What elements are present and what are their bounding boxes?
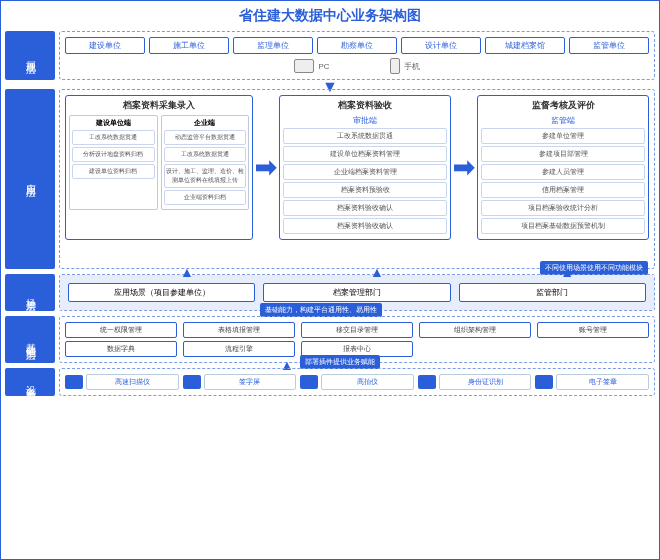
capability-box: 表格填报管理 [183, 322, 295, 338]
device-pc: PC [294, 59, 329, 73]
capability-box: 移交目录管理 [301, 322, 413, 338]
feature-item: 档案资料验收确认 [283, 218, 447, 234]
feature-item: 参建单位管理 [481, 128, 645, 144]
feature-item: 档案资料验收确认 [283, 200, 447, 216]
feature-item: 工改系统数据贯通 [72, 130, 155, 145]
col-supervise: 监督考核及评价 监管端 参建单位管理 参建项目部管理 参建人员管理 信用档案管理… [477, 95, 649, 240]
signpad-icon [183, 375, 201, 389]
unit-box: 城建档案馆 [485, 37, 565, 54]
unit-box: 施工单位 [149, 37, 229, 54]
col-verify: 档案资料验收 审批端 工改系统数据贯通 建设单位档案资料管理 企业端档案资料管理… [279, 95, 451, 240]
note-badge: 部署插件提供业务赋能 [300, 355, 380, 369]
pc-icon [294, 59, 314, 73]
capability-box: 组织架构管理 [419, 322, 531, 338]
note-badge: 基础能力，构建平台通用性、易用性 [260, 303, 382, 317]
note-badge: 不同使用场景使用不同功能模块 [540, 261, 648, 275]
capability-box: 账号管理 [537, 322, 649, 338]
equip-item: 高拍仪 [300, 374, 414, 390]
capability-box: 统一权限管理 [65, 322, 177, 338]
unit-box: 设计单位 [401, 37, 481, 54]
device-mobile: 手机 [390, 58, 420, 74]
stamp-icon [535, 375, 553, 389]
feature-item: 信用档案管理 [481, 182, 645, 198]
page-title: 省住建大数据中心业务架构图 [5, 7, 655, 25]
feature-item: 动态监管平台数据贯通 [164, 130, 247, 145]
layer-label-base: 基础能力层 [5, 316, 55, 363]
equip-item: 身份证识别 [418, 374, 532, 390]
col-collect: 档案资料采集录入 建设单位端 工改系统数据贯通 分析设计地盘资料归档 建设单位资… [65, 95, 253, 240]
unit-box: 监理单位 [233, 37, 313, 54]
feature-item: 企业端资料归档 [164, 190, 247, 205]
phone-icon [390, 58, 400, 74]
scanner-icon [65, 375, 83, 389]
feature-item: 参建项目部管理 [481, 146, 645, 162]
feature-item: 企业端档案资料管理 [283, 164, 447, 180]
layer-label-equip: 设备能力层 [5, 368, 55, 396]
feature-item: 项目档案验收统计分析 [481, 200, 645, 216]
equip-item: 签字屏 [183, 374, 297, 390]
capability-box: 数据字典 [65, 341, 177, 357]
capability-box: 流程引擎 [183, 341, 295, 357]
unit-box: 勘察单位 [317, 37, 397, 54]
scene-box: 监管部门 [459, 283, 646, 302]
feature-item: 档案资料预验收 [283, 182, 447, 198]
unit-box: 监管单位 [569, 37, 649, 54]
feature-item: 设计、施工、监理、造价、检测单位资料在线填报上传 [164, 164, 247, 188]
layer-label-app: 应用层 [5, 89, 55, 269]
equip-item: 电子签章 [535, 374, 649, 390]
arrow-right-icon: ➡ [255, 95, 277, 240]
feature-item: 建设单位资料归档 [72, 164, 155, 179]
feature-item: 工改系统数据贯通 [164, 147, 247, 162]
layer-label-display: 展现层 [5, 31, 55, 80]
arrow-up-icon: ▲ [560, 267, 574, 277]
sub-head: 企业端 [164, 118, 247, 128]
sub-head: 建设单位端 [72, 118, 155, 128]
feature-item: 参建人员管理 [481, 164, 645, 180]
id-icon [418, 375, 436, 389]
feature-item: 项目档案基础数据预警机制 [481, 218, 645, 234]
scene-box: 档案管理部门 [263, 283, 450, 302]
unit-box: 建设单位 [65, 37, 145, 54]
arrow-up-icon: ▲ [370, 267, 384, 277]
camera-icon [300, 375, 318, 389]
feature-item: 建设单位档案资料管理 [283, 146, 447, 162]
layer-label-scene: 场景层 [5, 274, 55, 311]
arrow-right-icon: ➡ [453, 95, 475, 240]
arrow-up-icon: ▲ [180, 267, 194, 277]
feature-item: 分析设计地盘资料归档 [72, 147, 155, 162]
scene-box: 应用场景（项目参建单位） [68, 283, 255, 302]
equip-item: 高速扫描仪 [65, 374, 179, 390]
feature-item: 工改系统数据贯通 [283, 128, 447, 144]
